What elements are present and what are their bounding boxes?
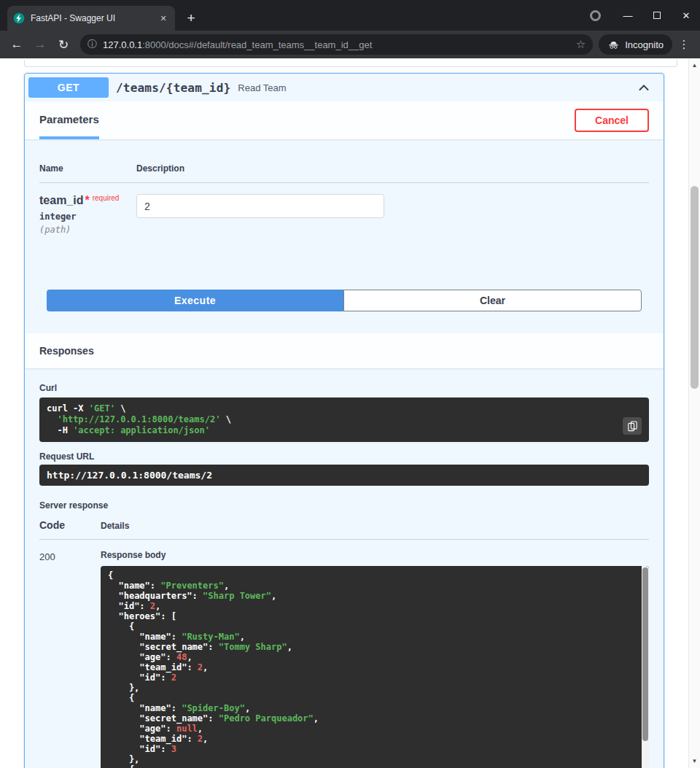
browser-tab[interactable]: FastAPI - Swagger UI ✕ <box>7 6 175 31</box>
http-method-badge: GET <box>28 77 109 98</box>
clear-button[interactable]: Clear <box>343 290 642 311</box>
request-url-label: Request URL <box>39 451 649 462</box>
back-icon[interactable]: ← <box>6 34 28 55</box>
response-detail: Response body { "name": "Preventers", "h… <box>101 550 649 768</box>
response-scrollbar-thumb[interactable] <box>642 567 648 741</box>
endpoint-path: /teams/{team_id} <box>109 81 238 95</box>
minimize-button[interactable]: — <box>618 10 637 21</box>
browser-window: FastAPI - Swagger UI ✕ + — ✕ ← → ↻ ⓘ 127… <box>0 0 700 768</box>
responses-header: Responses <box>25 333 664 368</box>
tab-strip: FastAPI - Swagger UI ✕ + — ✕ <box>0 0 700 31</box>
column-description-header: Description <box>136 163 184 174</box>
browser-update-icon[interactable] <box>590 10 601 21</box>
parameter-name: team_id*required <box>39 194 136 207</box>
cancel-button[interactable]: Cancel <box>575 109 649 132</box>
responses-title: Responses <box>39 333 94 368</box>
parameter-description-cell <box>136 194 384 235</box>
response-table-head: Code Details <box>39 519 649 540</box>
scroll-up-icon[interactable]: ▲ <box>689 60 700 71</box>
endpoint-summary: Read Team <box>238 82 286 93</box>
maximize-icon <box>653 12 661 19</box>
parameter-meta: team_id*required integer (path) <box>39 194 136 235</box>
curl-label: Curl <box>39 383 649 393</box>
page-scrollbar[interactable]: ▲ ▼ <box>688 58 700 768</box>
scroll-down-icon[interactable]: ▼ <box>689 756 700 767</box>
swagger-content: GET /teams/{team_id} Read Team Parameter… <box>24 60 664 768</box>
opblock-get-teams: GET /teams/{team_id} Read Team Parameter… <box>24 73 664 768</box>
parameter-location: (path) <box>39 222 136 235</box>
new-tab-button[interactable]: + <box>181 8 201 28</box>
response-body-block: { "name": "Preventers", "headquarters": … <box>101 566 649 768</box>
details-column-header: Details <box>101 521 129 531</box>
responses-body: Curl curl -X 'GET' \ 'http://127.0.0.1:8… <box>25 368 664 768</box>
browser-toolbar: ← → ↻ ⓘ 127.0.0.1:8000/docs#/default/rea… <box>0 31 700 58</box>
parameters-header: Parameters Cancel <box>25 101 664 139</box>
response-scrollbar[interactable] <box>642 566 649 768</box>
page-scrollbar-thumb[interactable] <box>691 186 699 389</box>
forward-icon[interactable]: → <box>29 34 51 55</box>
url-bar[interactable]: ⓘ 127.0.0.1:8000/docs#/default/read_team… <box>80 34 593 55</box>
parameters-table: Name Description team_id*required intege… <box>25 139 664 333</box>
parameter-row: team_id*required integer (path) <box>39 183 649 235</box>
curl-command-text: curl -X 'GET' \ 'http://127.0.0.1:8000/t… <box>47 403 231 435</box>
reload-icon[interactable]: ↻ <box>52 34 74 55</box>
incognito-icon <box>607 39 620 51</box>
page-viewport: ▲ ▼ GET /teams/{team_id} Read Team Param <box>0 58 700 768</box>
request-url-block: http://127.0.0.1:8000/teams/2 <box>39 465 649 486</box>
window-controls: — ✕ <box>590 0 696 31</box>
response-row: 200 Response body { "name": "Preventers"… <box>39 540 649 768</box>
bookmark-star-icon[interactable]: ☆ <box>576 38 586 51</box>
close-button[interactable]: ✕ <box>677 10 696 21</box>
previous-section-edge <box>24 60 677 67</box>
opblock-summary[interactable]: GET /teams/{team_id} Read Team <box>25 74 664 101</box>
tab-parameters[interactable]: Parameters <box>39 101 99 139</box>
parameters-table-head: Name Description <box>39 163 649 183</box>
url-text: 127.0.0.1:8000/docs#/default/read_team_t… <box>103 39 570 50</box>
spacer <box>39 311 649 333</box>
response-body-label: Response body <box>101 550 649 560</box>
execute-row: Execute Clear <box>47 290 642 311</box>
incognito-label: Incognito <box>625 39 664 50</box>
required-asterisk: * <box>85 194 89 206</box>
curl-command-block: curl -X 'GET' \ 'http://127.0.0.1:8000/t… <box>39 397 649 442</box>
fastapi-favicon-icon <box>13 12 25 24</box>
server-response-label: Server response <box>39 500 649 511</box>
site-info-icon[interactable]: ⓘ <box>88 38 97 51</box>
response-body-json: { "name": "Preventers", "headquarters": … <box>108 570 319 768</box>
code-column-header: Code <box>39 519 101 531</box>
status-code: 200 <box>39 550 101 768</box>
browser-menu-icon[interactable]: ⋮ <box>674 38 694 51</box>
execute-button[interactable]: Execute <box>47 290 343 311</box>
parameter-type: integer <box>39 207 136 222</box>
tab-title: FastAPI - Swagger UI <box>31 13 152 23</box>
incognito-badge: Incognito <box>599 34 672 55</box>
team-id-input[interactable] <box>136 194 384 218</box>
maximize-button[interactable] <box>648 10 666 21</box>
required-label: required <box>93 194 120 202</box>
tab-close-icon[interactable]: ✕ <box>158 12 169 24</box>
copy-to-clipboard-icon[interactable] <box>623 417 642 435</box>
column-name-header: Name <box>39 163 136 174</box>
collapse-chevron-icon[interactable] <box>628 80 660 95</box>
